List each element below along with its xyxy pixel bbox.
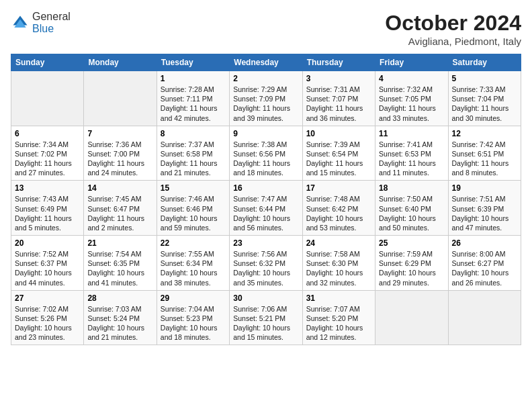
day-number: 1 [161,74,226,83]
col-tuesday: Tuesday [157,54,229,71]
table-row: 6Sunrise: 7:34 AMSunset: 7:02 PMDaylight… [11,126,84,181]
day-info: Sunrise: 7:51 AMSunset: 6:39 PMDaylight:… [452,195,509,232]
logo-blue: Blue [32,23,54,34]
day-info: Sunrise: 7:41 AMSunset: 6:53 PMDaylight:… [379,140,436,177]
day-info: Sunrise: 7:48 AMSunset: 6:42 PMDaylight:… [306,195,363,232]
day-number: 9 [233,129,298,138]
day-info: Sunrise: 7:54 AMSunset: 6:35 PMDaylight:… [87,250,144,287]
day-number: 4 [379,74,444,83]
day-info: Sunrise: 7:45 AMSunset: 6:47 PMDaylight:… [87,195,144,232]
day-number: 2 [233,74,298,83]
calendar-table: Sunday Monday Tuesday Wednesday Thursday… [11,54,521,345]
table-row: 26Sunrise: 8:00 AMSunset: 6:27 PMDayligh… [448,236,521,291]
day-info: Sunrise: 7:56 AMSunset: 6:32 PMDaylight:… [233,250,290,287]
day-number: 15 [161,183,226,193]
title-block: October 2024 Avigliana, Piedmont, Italy [385,11,521,47]
day-info: Sunrise: 7:02 AMSunset: 5:26 PMDaylight:… [15,305,72,342]
calendar-week-row: 27Sunrise: 7:02 AMSunset: 5:26 PMDayligh… [11,290,521,345]
day-number: 20 [15,238,80,248]
table-row: 8Sunrise: 7:37 AMSunset: 6:58 PMDaylight… [157,126,229,181]
day-number: 25 [379,238,444,248]
day-number: 22 [161,238,226,248]
day-info: Sunrise: 7:07 AMSunset: 5:20 PMDaylight:… [306,305,363,342]
day-info: Sunrise: 7:36 AMSunset: 7:00 PMDaylight:… [87,140,144,177]
day-info: Sunrise: 7:59 AMSunset: 6:29 PMDaylight:… [379,250,436,287]
day-number: 3 [306,74,371,83]
table-row: 31Sunrise: 7:07 AMSunset: 5:20 PMDayligh… [302,290,375,345]
table-row: 28Sunrise: 7:03 AMSunset: 5:24 PMDayligh… [84,290,157,345]
day-number: 11 [379,129,444,138]
table-row: 23Sunrise: 7:56 AMSunset: 6:32 PMDayligh… [230,236,302,291]
day-info: Sunrise: 7:28 AMSunset: 7:11 PMDaylight:… [161,85,218,122]
day-number: 24 [306,238,371,248]
day-number: 27 [15,293,80,303]
table-row: 17Sunrise: 7:48 AMSunset: 6:42 PMDayligh… [302,181,375,236]
col-friday: Friday [375,54,448,71]
day-number: 21 [87,238,152,248]
logo: General Blue [11,11,71,35]
day-number: 5 [452,74,517,83]
day-number: 17 [306,183,371,193]
day-info: Sunrise: 7:29 AMSunset: 7:09 PMDaylight:… [233,85,290,122]
day-info: Sunrise: 7:38 AMSunset: 6:56 PMDaylight:… [233,140,290,177]
table-row: 30Sunrise: 7:06 AMSunset: 5:21 PMDayligh… [230,290,302,345]
day-number: 7 [87,129,152,138]
day-number: 10 [306,129,371,138]
logo-general: General [32,11,71,22]
table-row: 24Sunrise: 7:58 AMSunset: 6:30 PMDayligh… [302,236,375,291]
table-row: 21Sunrise: 7:54 AMSunset: 6:35 PMDayligh… [84,236,157,291]
day-info: Sunrise: 7:06 AMSunset: 5:21 PMDaylight:… [233,305,290,342]
table-row: 11Sunrise: 7:41 AMSunset: 6:53 PMDayligh… [375,126,448,181]
calendar-week-row: 6Sunrise: 7:34 AMSunset: 7:02 PMDaylight… [11,126,521,181]
day-info: Sunrise: 7:39 AMSunset: 6:54 PMDaylight:… [306,140,363,177]
table-row: 9Sunrise: 7:38 AMSunset: 6:56 PMDaylight… [230,126,302,181]
day-info: Sunrise: 7:58 AMSunset: 6:30 PMDaylight:… [306,250,363,287]
col-thursday: Thursday [302,54,375,71]
day-number: 26 [452,238,517,248]
table-row [448,290,521,345]
day-info: Sunrise: 7:50 AMSunset: 6:40 PMDaylight:… [379,195,436,232]
day-number: 19 [452,183,517,193]
table-row: 7Sunrise: 7:36 AMSunset: 7:00 PMDaylight… [84,126,157,181]
day-info: Sunrise: 7:31 AMSunset: 7:07 PMDaylight:… [306,85,363,122]
day-info: Sunrise: 7:33 AMSunset: 7:04 PMDaylight:… [452,85,509,122]
day-info: Sunrise: 7:42 AMSunset: 6:51 PMDaylight:… [452,140,509,177]
day-info: Sunrise: 7:32 AMSunset: 7:05 PMDaylight:… [379,85,436,122]
col-wednesday: Wednesday [230,54,302,71]
table-row [11,71,84,126]
header-row: Sunday Monday Tuesday Wednesday Thursday… [11,54,521,71]
table-row [84,71,157,126]
day-info: Sunrise: 7:52 AMSunset: 6:37 PMDaylight:… [15,250,72,287]
table-row: 15Sunrise: 7:46 AMSunset: 6:46 PMDayligh… [157,181,229,236]
table-row: 22Sunrise: 7:55 AMSunset: 6:34 PMDayligh… [157,236,229,291]
col-sunday: Sunday [11,54,84,71]
calendar-week-row: 1Sunrise: 7:28 AMSunset: 7:11 PMDaylight… [11,71,521,126]
day-info: Sunrise: 7:46 AMSunset: 6:46 PMDaylight:… [161,195,218,232]
table-row: 5Sunrise: 7:33 AMSunset: 7:04 PMDaylight… [448,71,521,126]
table-row: 3Sunrise: 7:31 AMSunset: 7:07 PMDaylight… [302,71,375,126]
day-number: 18 [379,183,444,193]
table-row: 25Sunrise: 7:59 AMSunset: 6:29 PMDayligh… [375,236,448,291]
day-info: Sunrise: 7:37 AMSunset: 6:58 PMDaylight:… [161,140,218,177]
table-row: 29Sunrise: 7:04 AMSunset: 5:23 PMDayligh… [157,290,229,345]
day-number: 29 [161,293,226,303]
day-info: Sunrise: 8:00 AMSunset: 6:27 PMDaylight:… [452,250,509,287]
table-row: 1Sunrise: 7:28 AMSunset: 7:11 PMDaylight… [157,71,229,126]
table-row [375,290,448,345]
day-number: 6 [15,129,80,138]
table-row: 16Sunrise: 7:47 AMSunset: 6:44 PMDayligh… [230,181,302,236]
day-number: 16 [233,183,298,193]
day-number: 14 [87,183,152,193]
day-number: 13 [15,183,80,193]
table-row: 12Sunrise: 7:42 AMSunset: 6:51 PMDayligh… [448,126,521,181]
day-info: Sunrise: 7:55 AMSunset: 6:34 PMDaylight:… [161,250,218,287]
calendar-week-row: 13Sunrise: 7:43 AMSunset: 6:49 PMDayligh… [11,181,521,236]
col-saturday: Saturday [448,54,521,71]
day-info: Sunrise: 7:34 AMSunset: 7:02 PMDaylight:… [15,140,72,177]
table-row: 10Sunrise: 7:39 AMSunset: 6:54 PMDayligh… [302,126,375,181]
logo-icon [11,13,30,32]
table-row: 20Sunrise: 7:52 AMSunset: 6:37 PMDayligh… [11,236,84,291]
page-header: General Blue October 2024 Avigliana, Pie… [11,11,521,47]
table-row: 2Sunrise: 7:29 AMSunset: 7:09 PMDaylight… [230,71,302,126]
table-row: 4Sunrise: 7:32 AMSunset: 7:05 PMDaylight… [375,71,448,126]
